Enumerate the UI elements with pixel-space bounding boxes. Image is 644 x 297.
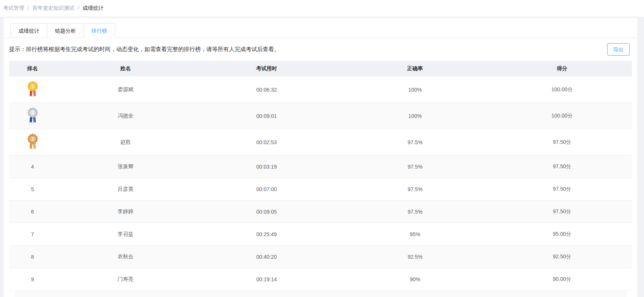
table-row: 2 冯德全 00:09:01 100% 100.00分 [9,103,632,129]
medal-rank-2-icon: 2 [26,107,39,124]
svg-text:3: 3 [31,136,34,142]
score-cell: 97.50分 [492,208,632,215]
breadcrumb-item-exam-name[interactable]: 百年党史知识测试 [32,5,74,12]
score-cell: 92.50分 [492,253,632,260]
duration-cell: 00:09:01 [195,113,338,119]
duration-cell: 00:40:20 [195,254,338,260]
accuracy-cell: 97.5% [338,139,492,145]
accuracy-cell: 90% [338,276,492,282]
rank-number: 6 [31,209,34,215]
column-header: 得分 [492,65,632,72]
score-cell: 97.50分 [492,186,632,193]
accuracy-cell: 97.5% [338,164,492,170]
rank-number: 4 [31,164,34,170]
score-cell: 90.00分 [492,276,632,283]
table-row: 4 张泉卿 00:03:19 97.5% 97.50分 [9,155,632,178]
breadcrumb-item-exam-management[interactable]: 考试管理 [3,5,24,12]
score-cell: 100.00分 [492,113,632,119]
table-row: 8 衣秋合 00:40:20 92.5% 92.50分 [9,246,632,268]
tabs-bar: 成绩统计 错题分析 排行榜 [4,23,637,38]
table-row: 9 门寿亮 00:19:14 90% 90.00分 [9,268,632,291]
duration-cell: 00:03:19 [195,164,338,170]
svg-text:2: 2 [31,110,34,116]
table-row-partial [14,291,627,297]
medal-rank-1-icon: 1 [26,80,39,98]
tab-ranking[interactable]: 排行榜 [83,24,115,38]
rank-cell: 6 [9,209,56,215]
accuracy-cell: 100% [338,113,492,119]
duration-cell: 00:06:32 [195,87,338,93]
column-header: 考试用时 [195,65,338,72]
toolbar: 提示：排行榜将根据考生完成考试的时间，动态变化，如需查看完整的排行榜，请等所有人… [4,38,637,61]
name-cell: 娄源斌 [56,86,195,93]
rank-cell: 7 [9,231,56,237]
breadcrumb: 考试管理 / 百年党史知识测试 / 成绩统计 [0,0,644,17]
tab-wrong-question-analysis[interactable]: 错题分析 [47,24,83,38]
column-header: 姓名 [56,65,195,72]
name-cell: 门寿亮 [56,276,195,283]
duration-cell: 00:07:00 [195,186,338,192]
medal-rank-3-icon: 3 [26,133,39,151]
accuracy-cell: 97.5% [338,186,492,192]
name-cell: 张泉卿 [56,163,195,170]
svg-text:1: 1 [31,83,34,89]
table-row: 6 李婷婷 00:09:05 97.5% 97.50分 [9,201,632,223]
column-header: 排名 [9,65,56,72]
table-body: 1 娄源斌 00:06:32 100% 100.00分 2 冯德全 00:09:… [9,77,632,291]
rank-number: 7 [31,231,34,237]
tab-strip: 成绩统计 错题分析 排行榜 [11,23,115,38]
rank-cell: 3 [9,133,56,152]
table-row: 5 吕彦英 00:07:00 97.5% 97.50分 [9,178,632,201]
ranking-table: 排名 姓名 考试用时 正确率 得分 1 娄源斌 00:06:32 100% 10… [9,61,632,297]
accuracy-cell: 97.5% [338,209,492,215]
rank-cell: 1 [9,80,56,99]
export-button[interactable]: 导出 [607,43,630,56]
rank-number: 9 [31,276,34,282]
rank-cell: 9 [9,276,56,282]
duration-cell: 00:19:14 [195,276,338,282]
table-header-row: 排名 姓名 考试用时 正确率 得分 [9,61,632,77]
score-cell: 100.00分 [492,86,632,93]
name-cell: 赵胜 [56,139,195,146]
duration-cell: 00:09:05 [195,209,338,215]
breadcrumb-separator: / [27,5,29,11]
duration-cell: 00:02:53 [195,139,338,145]
rank-number: 8 [31,254,34,260]
name-cell: 衣秋合 [56,253,195,260]
rank-number: 5 [31,186,34,192]
duration-cell: 00:25:49 [195,231,338,237]
score-cell: 97.50分 [492,163,632,170]
content-card: 成绩统计 错题分析 排行榜 提示：排行榜将根据考生完成考试的时间，动态变化，如需… [4,18,637,297]
tab-score-statistics[interactable]: 成绩统计 [11,24,47,38]
name-cell: 冯德全 [56,113,195,119]
table-row: 1 娄源斌 00:06:32 100% 100.00分 [9,77,632,103]
breadcrumb-item-score-statistics: 成绩统计 [83,5,104,12]
score-cell: 95.00分 [492,231,632,238]
name-cell: 李召益 [56,231,195,238]
name-cell: 李婷婷 [56,208,195,215]
name-cell: 吕彦英 [56,186,195,193]
table-row: 7 李召益 00:25:49 95% 95.00分 [9,223,632,246]
rank-cell: 8 [9,254,56,260]
rank-cell: 4 [9,164,56,170]
accuracy-cell: 95% [338,231,492,237]
ranking-tip-text: 提示：排行榜将根据考生完成考试的时间，动态变化，如需查看完整的排行榜，请等所有人… [9,46,607,53]
accuracy-cell: 92.5% [338,254,492,260]
score-cell: 97.50分 [492,139,632,146]
rank-cell: 5 [9,186,56,192]
rank-cell: 2 [9,107,56,125]
breadcrumb-separator: / [78,5,79,11]
column-header: 正确率 [338,65,492,72]
table-row: 3 赵胜 00:02:53 97.5% 97.50分 [9,129,632,155]
accuracy-cell: 100% [338,87,492,93]
